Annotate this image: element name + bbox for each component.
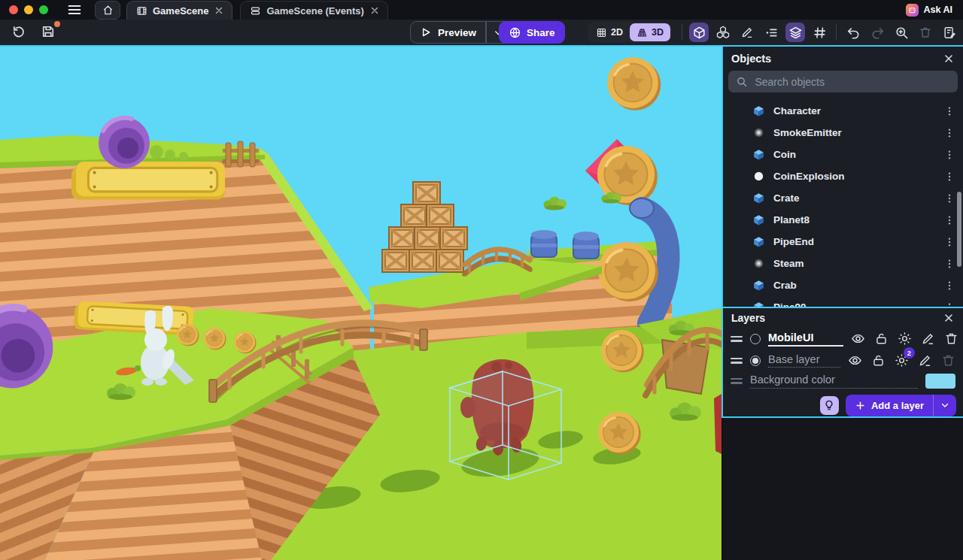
close-window-button[interactable] — [9, 5, 18, 14]
redo-button[interactable] — [867, 23, 887, 42]
object-groups-icon — [715, 25, 731, 40]
eye-icon[interactable] — [851, 331, 865, 346]
snap-grid-button[interactable] — [810, 23, 829, 42]
close-layers-panel-icon[interactable] — [943, 312, 955, 324]
sign-instance[interactable] — [71, 162, 225, 199]
delete-button[interactable] — [916, 23, 935, 42]
object-row-crab[interactable]: Crab — [723, 274, 963, 296]
undo-button[interactable] — [843, 23, 863, 42]
object-row-planet8[interactable]: Planet8 — [723, 209, 963, 231]
zoom-in-button[interactable] — [892, 23, 911, 42]
history-button[interactable] — [9, 23, 27, 41]
scene-properties-button[interactable] — [940, 23, 959, 42]
kebab-menu-icon[interactable] — [943, 149, 955, 161]
object-row-coinexplosion[interactable]: CoinExplosion — [723, 165, 963, 187]
lighting-button[interactable]: 2 — [895, 353, 909, 368]
share-button[interactable]: Share — [499, 21, 565, 44]
kebab-menu-icon[interactable] — [943, 301, 955, 307]
close-tab-icon[interactable] — [369, 5, 380, 16]
panel-divider[interactable] — [721, 47, 723, 418]
layer-name-input[interactable] — [768, 331, 843, 347]
objects-panel-toggle[interactable] — [689, 23, 709, 42]
layer-row-base-layer[interactable]: Base layer 2 — [723, 350, 963, 371]
minimize-window-button[interactable] — [24, 5, 33, 14]
layer-name[interactable]: Base layer — [768, 353, 840, 368]
edit-pencil-icon[interactable] — [921, 331, 935, 346]
object-row-pipe90[interactable]: Pipe90 — [723, 296, 963, 307]
tab-gamescene[interactable]: GameScene — [126, 1, 232, 20]
shell-instance[interactable] — [99, 117, 150, 168]
kebab-menu-icon[interactable] — [943, 171, 955, 183]
search-icon — [736, 75, 747, 88]
drag-handle-icon[interactable] — [731, 336, 743, 342]
kebab-menu-icon[interactable] — [943, 280, 955, 292]
search-input[interactable] — [753, 75, 950, 89]
layer-radio[interactable] — [750, 334, 761, 344]
drag-handle-icon[interactable] — [731, 358, 743, 364]
tab-gamescene-events[interactable]: GameScene (Events) — [240, 1, 387, 20]
eye-icon[interactable] — [848, 353, 862, 368]
scene-viewport[interactable] — [0, 47, 721, 560]
object-groups-button[interactable] — [713, 23, 733, 42]
3d-model-icon — [752, 279, 765, 292]
kebab-menu-icon[interactable] — [943, 236, 955, 248]
background-color-swatch[interactable] — [925, 374, 955, 389]
trash-icon[interactable] — [944, 331, 958, 346]
lighting-icon[interactable] — [898, 331, 912, 346]
preview-button[interactable]: Preview — [410, 21, 511, 44]
instances-list-button[interactable] — [761, 23, 781, 42]
object-row-crate[interactable]: Crate — [723, 187, 963, 209]
object-row-coin[interactable]: Coin — [723, 144, 963, 165]
barrel-instance[interactable] — [573, 232, 599, 259]
white-circle-icon — [752, 170, 765, 183]
object-row-pipeend[interactable]: PipeEnd — [723, 231, 963, 253]
object-row-character[interactable]: Character — [723, 100, 963, 122]
layers-panel-toggle[interactable] — [785, 23, 805, 42]
kebab-menu-icon[interactable] — [943, 127, 955, 139]
mode-3d-button[interactable]: 3D — [630, 23, 670, 41]
objects-scrollbar[interactable] — [957, 192, 961, 267]
add-layer-button[interactable]: Add a layer — [846, 395, 956, 416]
grid-hash-icon — [813, 26, 827, 40]
fence-instance[interactable] — [223, 141, 259, 167]
background-color-row[interactable]: Background color — [723, 371, 963, 390]
barrel-instance[interactable] — [531, 230, 557, 257]
object-search-field[interactable] — [728, 71, 958, 92]
main-menu-icon[interactable] — [66, 2, 83, 18]
ask-ai-label: Ask AI — [924, 5, 952, 15]
layers-icon — [788, 26, 803, 40]
2d-grid-icon — [596, 27, 607, 38]
add-layer-options-button[interactable] — [934, 395, 956, 416]
trash-icon — [919, 26, 932, 39]
save-button[interactable] — [39, 23, 57, 41]
edit-pencil-icon[interactable] — [918, 353, 932, 368]
layer-radio-selected[interactable] — [750, 356, 761, 366]
side-panels: Objects Character SmokeEmitter — [723, 47, 963, 560]
3d-grid-icon — [636, 27, 648, 38]
object-row-smokeemitter[interactable]: SmokeEmitter — [723, 122, 963, 144]
kebab-menu-icon[interactable] — [943, 214, 955, 226]
3d-model-icon — [752, 192, 765, 205]
objects-panel-title: Objects — [731, 53, 771, 65]
mode-toggle: 2D 3D — [588, 22, 672, 43]
mode-2d-button[interactable]: 2D — [589, 23, 630, 41]
object-name: Planet8 — [773, 214, 810, 226]
close-tab-icon[interactable] — [214, 5, 224, 16]
undo-icon — [846, 26, 861, 40]
lock-open-icon[interactable] — [871, 353, 886, 368]
lighting-help-button[interactable] — [820, 396, 839, 415]
edit-button[interactable] — [737, 23, 757, 42]
home-button[interactable] — [95, 1, 120, 20]
mode-2d-label: 2D — [611, 27, 623, 38]
layer-row-mobileui[interactable] — [723, 328, 963, 350]
instances-list-icon — [764, 26, 779, 40]
lock-open-icon[interactable] — [874, 331, 889, 346]
maximize-window-button[interactable] — [39, 5, 48, 14]
window-controls — [0, 5, 59, 14]
ask-ai-button[interactable]: Ask AI — [906, 4, 963, 17]
kebab-menu-icon[interactable] — [943, 258, 955, 270]
kebab-menu-icon[interactable] — [943, 105, 955, 117]
object-row-steam[interactable]: Steam — [723, 253, 963, 274]
kebab-menu-icon[interactable] — [943, 192, 955, 204]
close-objects-panel-icon[interactable] — [943, 53, 955, 65]
